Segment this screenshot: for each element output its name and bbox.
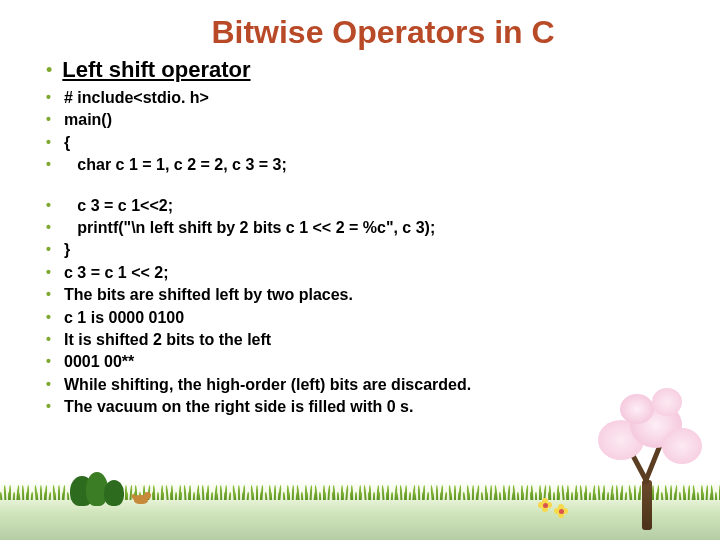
list-item: •main()	[46, 109, 680, 131]
bullet-icon: •	[46, 240, 54, 260]
list-item: • printf("\n left shift by 2 bits c 1 <<…	[46, 217, 680, 239]
flower-decoration	[538, 498, 552, 512]
trees-decoration	[70, 451, 130, 506]
flower-decoration	[554, 504, 568, 518]
bullet-icon: •	[46, 133, 54, 153]
bullet-icon: •	[46, 285, 54, 305]
list-item: • c 3 = c 1<<2;	[46, 195, 680, 217]
slide-title: Bitwise Operators in C	[86, 14, 680, 51]
bullet-icon: •	[46, 330, 54, 350]
bullet-icon: •	[46, 60, 52, 81]
list-item: • char c 1 = 1, c 2 = 2, c 3 = 3;	[46, 154, 680, 176]
bullet-icon: •	[46, 375, 54, 395]
list-item: •{	[46, 132, 680, 154]
bullet-icon: •	[46, 110, 54, 130]
bullet-list-1: •# include<stdio. h> •main() •{ • char c…	[46, 87, 680, 177]
bullet-icon: •	[46, 155, 54, 175]
bullet-icon: •	[46, 352, 54, 372]
list-item: •It is shifted 2 bits to the left	[46, 329, 680, 351]
list-item: •The bits are shifted left by two places…	[46, 284, 680, 306]
list-item: •c 3 = c 1 << 2;	[46, 262, 680, 284]
bullet-icon: •	[46, 196, 54, 216]
slide-heading-row: • Left shift operator	[46, 57, 680, 83]
bullet-icon: •	[46, 263, 54, 283]
list-item: •While shifting, the high-order (left) b…	[46, 374, 680, 396]
slide-heading: Left shift operator	[62, 57, 250, 83]
bullet-list-2: • c 3 = c 1<<2; • printf("\n left shift …	[46, 195, 680, 419]
list-item: •c 1 is 0000 0100	[46, 307, 680, 329]
list-item: •# include<stdio. h>	[46, 87, 680, 109]
bullet-icon: •	[46, 88, 54, 108]
bullet-icon: •	[46, 397, 54, 417]
bullet-icon: •	[46, 218, 54, 238]
list-item: •}	[46, 239, 680, 261]
bullet-icon: •	[46, 308, 54, 328]
list-item: •The vacuum on the right side is filled …	[46, 396, 680, 418]
dog-decoration	[132, 490, 152, 506]
list-item: •0001 00**	[46, 351, 680, 373]
